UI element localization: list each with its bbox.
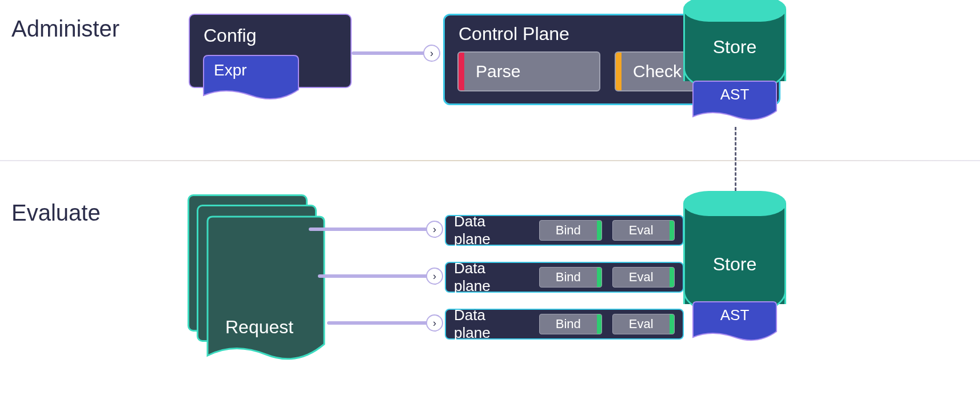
section-evaluate-label: Evaluate — [11, 200, 101, 226]
dp1-eval-label: Eval — [613, 223, 670, 238]
section-administer-label: Administer — [11, 16, 119, 42]
config-title: Config — [190, 15, 350, 52]
dp3-eval: Eval — [612, 314, 675, 334]
dp3-eval-accent — [670, 314, 674, 334]
dp2-eval-label: Eval — [613, 270, 670, 285]
connector-dp-3 — [327, 321, 432, 325]
dp1-bind: Bind — [539, 220, 601, 241]
data-plane-3-title: Data plane — [454, 306, 525, 342]
dp3-eval-label: Eval — [613, 317, 670, 332]
store-cylinder-bottom: Store — [683, 191, 786, 317]
store-label-top: Store — [683, 37, 786, 58]
arrow-icon: › — [426, 221, 443, 238]
dp3-bind-accent — [597, 314, 601, 334]
connector-dp-1 — [309, 228, 432, 231]
data-plane-1: Data plane Bind Eval — [445, 215, 684, 246]
data-plane-3: Data plane Bind Eval — [445, 309, 684, 340]
step-parse: Parse — [457, 51, 600, 91]
arrow-icon: › — [423, 45, 440, 62]
connector-config-controlplane — [352, 51, 429, 55]
arrow-icon: › — [426, 268, 443, 285]
ast-flag-top: AST — [692, 80, 778, 121]
dp2-bind: Bind — [539, 267, 601, 288]
ast-flag-bottom: AST — [692, 301, 778, 342]
ast-label-bottom: AST — [692, 306, 778, 324]
dp2-bind-label: Bind — [540, 270, 596, 285]
store-label-bottom: Store — [683, 254, 786, 275]
request-card-front: Request — [206, 215, 326, 368]
expr-flag: Expr — [202, 54, 300, 100]
expr-label: Expr — [214, 61, 247, 79]
dp2-bind-accent — [597, 268, 601, 287]
dp2-eval-accent — [670, 268, 674, 287]
data-plane-2-title: Data plane — [454, 260, 525, 295]
connector-dp-2 — [318, 274, 432, 278]
step-check-label: Check — [622, 62, 693, 81]
dp2-eval: Eval — [612, 267, 675, 288]
dp1-eval-accent — [670, 221, 674, 240]
dp1-bind-accent — [597, 221, 601, 240]
data-plane-2: Data plane Bind Eval — [445, 262, 684, 293]
ast-label-top: AST — [692, 86, 778, 103]
step-parse-label: Parse — [464, 62, 532, 81]
dp1-bind-label: Bind — [540, 223, 596, 238]
step-check-accent — [616, 53, 622, 90]
section-divider — [0, 160, 980, 161]
dp1-eval: Eval — [612, 220, 675, 241]
arrow-icon: › — [426, 314, 443, 332]
step-parse-accent — [459, 53, 464, 90]
store-dashed-connector — [735, 127, 736, 191]
dp3-bind-label: Bind — [540, 317, 596, 332]
dp3-bind: Bind — [539, 314, 601, 334]
request-label: Request — [225, 317, 293, 338]
data-plane-1-title: Data plane — [454, 213, 525, 248]
